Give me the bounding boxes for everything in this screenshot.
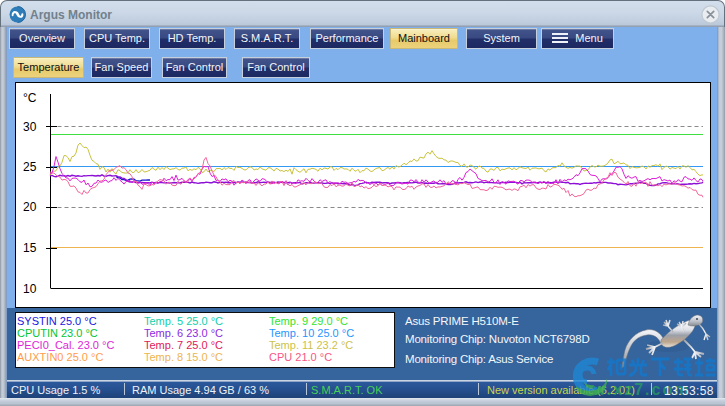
svg-text:20: 20	[23, 200, 37, 214]
svg-text:15: 15	[23, 241, 37, 255]
svg-text:10: 10	[23, 282, 37, 296]
svg-text:°C: °C	[23, 91, 37, 105]
svg-text:25: 25	[23, 160, 37, 174]
svg-text:30: 30	[23, 120, 37, 134]
